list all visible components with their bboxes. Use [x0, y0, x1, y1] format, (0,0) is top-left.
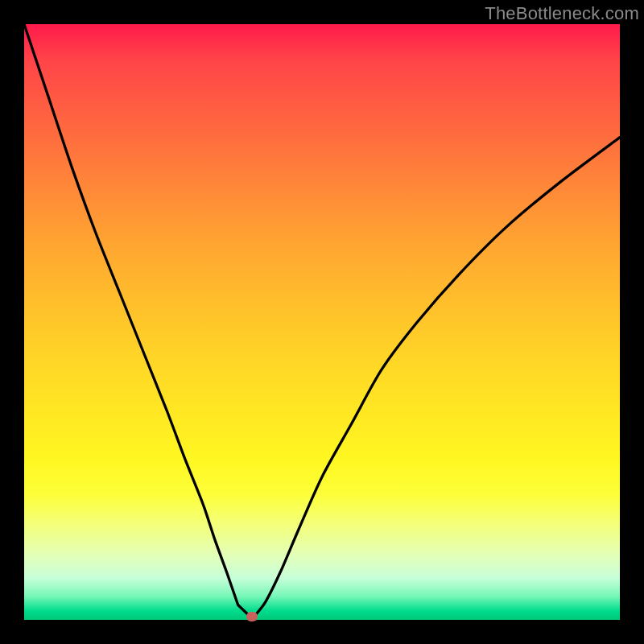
chart-frame: TheBottleneck.com [0, 0, 644, 644]
optimal-point-marker [246, 612, 258, 621]
plot-area [24, 24, 620, 620]
bottleneck-curve [24, 24, 620, 620]
watermark-text: TheBottleneck.com [485, 3, 639, 24]
